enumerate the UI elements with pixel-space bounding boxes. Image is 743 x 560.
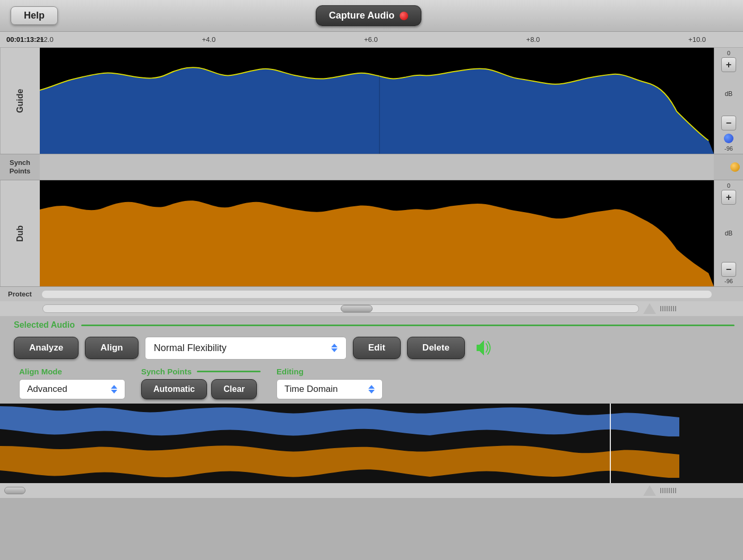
guide-level-marker: [724, 134, 733, 143]
help-button[interactable]: Help: [11, 6, 58, 25]
controls-section: Selected Audio Analyze Align Normal Flex…: [0, 316, 743, 404]
automatic-button[interactable]: Automatic: [141, 379, 207, 399]
align-mode-dropdown[interactable]: Advanced: [19, 379, 125, 399]
dub-track-container: Dub 0 + dB − -96: [0, 180, 743, 286]
mini-tick-6: [671, 488, 672, 493]
vu-top-label: 0: [727, 48, 730, 56]
mini-tick-4: [667, 488, 668, 493]
editing-label: Editing: [277, 367, 383, 376]
tick-8: [675, 306, 676, 311]
main-controls-row: Analyze Align Normal Flexibility Edit De…: [8, 335, 735, 361]
align-up-icon: [111, 385, 117, 389]
dub-level-marker: [730, 162, 740, 172]
synch-points-group-label: Synch Points: [141, 367, 192, 376]
flexibility-dropdown[interactable]: Normal Flexibility: [145, 337, 347, 360]
editing-group: Editing Time Domain: [277, 367, 383, 399]
selected-audio-line: [81, 325, 735, 326]
scroll-end-ticks: [643, 304, 739, 313]
speaker-button[interactable]: [471, 335, 497, 361]
protect-bar: [42, 291, 712, 298]
mini-tick-2: [662, 488, 663, 493]
editing-dropdown[interactable]: Time Domain: [277, 379, 383, 399]
mini-scroll-thumb[interactable]: [4, 487, 25, 494]
tick-6: [671, 306, 672, 311]
synch-points-label: Synch Points: [0, 159, 40, 175]
dub-vu-minus-button[interactable]: −: [721, 262, 736, 277]
tick-4: [667, 306, 668, 311]
flexibility-label: Normal Flexibility: [154, 343, 227, 354]
tick-3: [664, 306, 666, 311]
synch-points-header: Synch Points: [141, 367, 261, 376]
ruler-mark-2: +4.0: [202, 36, 216, 43]
synch-points-line: [197, 371, 261, 372]
mini-tick-5: [669, 488, 670, 493]
clear-button[interactable]: Clear: [211, 379, 257, 399]
ruler-mark-1: +2.0: [40, 36, 54, 43]
arrow-down-icon: [331, 348, 338, 352]
vu-plus-button[interactable]: +: [721, 57, 736, 72]
dub-vu-db-label: dB: [725, 230, 733, 237]
arrow-up-icon: [331, 344, 338, 347]
tick-1: [660, 306, 661, 311]
guide-vu-meter: 0 + dB − -96: [714, 48, 743, 154]
capture-audio-button[interactable]: Capture Audio: [316, 5, 421, 26]
guide-waveform-svg: [40, 48, 714, 154]
vu-minus-button[interactable]: −: [721, 116, 736, 130]
mini-waveform-svg: [0, 404, 743, 483]
selected-audio-label: Selected Audio: [14, 320, 75, 330]
mini-tick-7: [673, 488, 674, 493]
guide-waveform-area[interactable]: [40, 48, 714, 154]
delete-button[interactable]: Delete: [407, 337, 465, 359]
timecode-display: 00:01:13:21: [6, 36, 44, 43]
time-domain-label: Time Domain: [284, 384, 338, 395]
mini-scroll-triangle-icon: [643, 485, 656, 496]
tick-2: [662, 306, 663, 311]
dub-track-label: Dub: [0, 180, 40, 286]
mini-scroll-ticks: [643, 486, 739, 495]
mini-tick-8: [675, 488, 676, 493]
analyze-button[interactable]: Analyze: [14, 337, 79, 359]
align-mode-label: Align Mode: [19, 367, 125, 376]
ruler-mark-3: +6.0: [364, 36, 378, 43]
top-bar: Help Capture Audio: [0, 0, 743, 32]
synch-buttons: Automatic Clear: [141, 379, 261, 399]
editing-up-icon: [368, 385, 375, 389]
selected-audio-row: Selected Audio: [8, 320, 735, 330]
vu-bottom-label: -96: [724, 145, 733, 154]
protect-label: Protect: [0, 290, 40, 298]
align-button[interactable]: Align: [85, 337, 139, 359]
mini-waveform-area[interactable]: [0, 404, 743, 483]
main-scroll-track[interactable]: [42, 304, 639, 313]
dub-waveform-svg: [40, 180, 714, 286]
synch-points-group: Synch Points Automatic Clear: [141, 367, 261, 399]
align-mode-group: Align Mode Advanced: [19, 367, 125, 399]
dub-waveform-area[interactable]: [40, 180, 714, 286]
mini-scrollbar-row: [0, 483, 743, 498]
record-dot-icon: [400, 12, 408, 20]
synch-area[interactable]: [40, 154, 714, 180]
flexibility-arrows-icon: [331, 344, 338, 352]
mini-scroll-track[interactable]: [30, 487, 639, 494]
editing-down-icon: [368, 390, 375, 393]
second-controls-row: Align Mode Advanced Synch Points Automat…: [8, 367, 735, 399]
align-mode-arrows-icon: [111, 385, 117, 393]
guide-track-label: Guide: [0, 48, 40, 154]
dub-vu-bottom-label: -96: [724, 278, 733, 286]
ruler-mark-4: +8.0: [526, 36, 540, 43]
align-down-icon: [111, 390, 117, 393]
mini-tick-1: [660, 488, 661, 493]
mini-tick-3: [664, 488, 666, 493]
synch-points-strip: Synch Points: [0, 154, 743, 180]
vu-db-label: dB: [725, 90, 733, 98]
main-scrollbar-row: [0, 301, 743, 316]
time-ruler: 00:01:13:21 +2.0 +4.0 +6.0 +8.0 +10.0: [0, 32, 743, 48]
scroll-triangle-icon: [643, 303, 656, 314]
ruler-marks: +2.0 +4.0 +6.0 +8.0 +10.0: [40, 36, 706, 43]
protect-strip: Protect: [0, 286, 743, 301]
dub-vu-top-label: 0: [727, 180, 730, 189]
main-scroll-thumb[interactable]: [341, 305, 373, 312]
dub-vu-plus-button[interactable]: +: [721, 190, 736, 205]
tick-7: [673, 306, 674, 311]
synch-vu: [714, 154, 743, 180]
edit-button[interactable]: Edit: [353, 337, 401, 359]
